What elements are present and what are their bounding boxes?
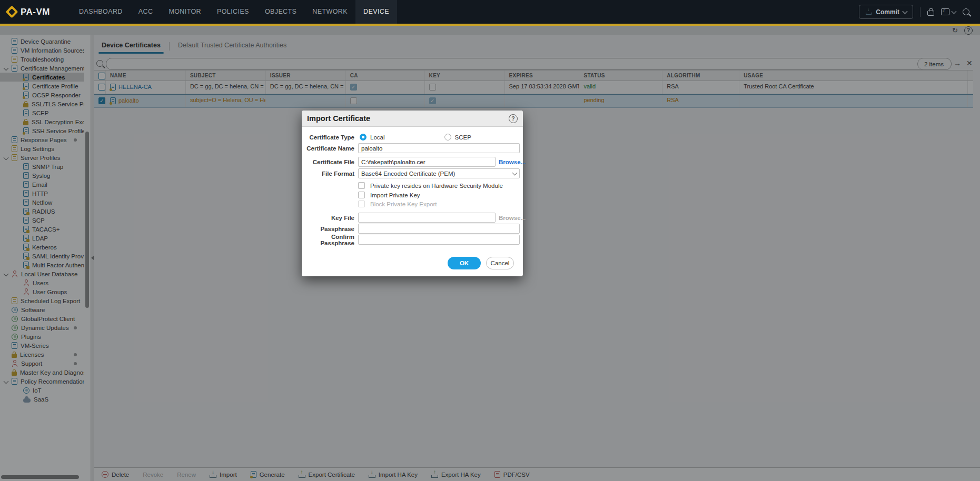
key-file-browse-button: Browse...	[499, 215, 526, 221]
topbar-actions: Commit	[859, 5, 980, 19]
config-lock-icon[interactable]	[927, 11, 934, 16]
checkbox-block-private-key-export	[358, 201, 365, 207]
certificate-name-label: Certificate Name	[302, 145, 354, 152]
pa-vm-logo[interactable]: PA-VM	[0, 7, 71, 17]
confirm-passphrase-row: Confirm Passphrase	[302, 235, 523, 245]
certificate-file-label: Certificate File	[302, 159, 354, 165]
cancel-button[interactable]: Cancel	[486, 257, 514, 269]
top-navigation-bar: PA-VM DASHBOARDACCMONITORPOLICIESOBJECTS…	[0, 0, 980, 24]
checkbox-import-private-key[interactable]	[358, 192, 365, 198]
ok-button[interactable]: OK	[448, 257, 481, 269]
nav-item-objects[interactable]: OBJECTS	[257, 0, 304, 24]
dialog-title-bar: Import Certificate ?	[302, 111, 523, 127]
radio-scep[interactable]	[444, 134, 451, 141]
dialog-checkbox-row-2: Block Private Key Export	[302, 199, 523, 209]
main-nav: DASHBOARDACCMONITORPOLICIESOBJECTSNETWOR…	[71, 0, 397, 24]
radio-label-scep: SCEP	[455, 134, 471, 141]
commit-button[interactable]: Commit	[859, 5, 913, 19]
passphrase-input[interactable]	[358, 224, 520, 234]
dialog-title: Import Certificate	[307, 114, 370, 123]
nav-item-monitor[interactable]: MONITOR	[161, 0, 209, 24]
dialog-help-icon[interactable]: ?	[509, 114, 518, 123]
chevron-down-icon	[512, 170, 518, 175]
key-file-input[interactable]	[358, 213, 496, 223]
certificate-type-label: Certificate Type	[302, 134, 354, 141]
dialog-checkbox-row-0: Private key resides on Hardware Security…	[302, 181, 523, 191]
radio-label-local: Local	[370, 134, 385, 141]
file-format-select[interactable]: Base64 Encoded Certificate (PEM)	[358, 168, 520, 178]
passphrase-row: Passphrase	[302, 224, 523, 234]
checkbox-private-key-resides-on-hardware-security-module[interactable]	[358, 182, 365, 189]
save-caret-icon	[952, 8, 957, 14]
certificate-name-input[interactable]	[358, 143, 520, 153]
nav-item-dashboard[interactable]: DASHBOARD	[71, 0, 131, 24]
nav-item-device[interactable]: DEVICE	[355, 0, 397, 24]
confirm-passphrase-input[interactable]	[358, 235, 520, 245]
certificate-file-browse-button[interactable]: Browse...	[499, 159, 526, 165]
palo-alto-logo-icon	[5, 5, 18, 18]
file-format-row: File Format Base64 Encoded Certificate (…	[302, 168, 523, 178]
nav-item-policies[interactable]: POLICIES	[209, 0, 257, 24]
certificate-name-row: Certificate Name	[302, 143, 523, 153]
certificate-file-input[interactable]	[358, 157, 496, 167]
device-name: PA-VM	[21, 7, 50, 17]
certificate-type-radios: LocalSCEP	[360, 134, 518, 141]
commit-icon	[866, 9, 872, 14]
confirm-passphrase-label: Confirm Passphrase	[302, 234, 354, 246]
certificate-type-row: Certificate Type LocalSCEP	[302, 132, 523, 142]
checkbox-label: Private key resides on Hardware Security…	[370, 183, 503, 189]
import-certificate-dialog: Import Certificate ? Certificate Type Lo…	[302, 111, 523, 276]
checkbox-label: Block Private Key Export	[370, 201, 437, 207]
key-file-label: Key File	[302, 215, 354, 221]
dialog-buttons-row: OK Cancel	[302, 257, 523, 269]
file-format-label: File Format	[302, 171, 354, 177]
commit-label: Commit	[876, 8, 899, 16]
commit-caret-icon	[903, 8, 908, 14]
key-file-row: Key File Browse...	[302, 213, 523, 223]
divider	[920, 7, 920, 17]
checkbox-label: Import Private Key	[370, 192, 420, 198]
save-config-icon[interactable]	[941, 8, 949, 15]
nav-item-acc[interactable]: ACC	[131, 0, 161, 24]
passphrase-label: Passphrase	[302, 226, 354, 232]
radio-local[interactable]	[360, 134, 367, 141]
file-format-value: Base64 Encoded Certificate (PEM)	[361, 171, 455, 177]
global-search-icon[interactable]	[963, 8, 969, 15]
certificate-file-row: Certificate File Browse...	[302, 157, 523, 167]
nav-item-network[interactable]: NETWORK	[304, 0, 355, 24]
